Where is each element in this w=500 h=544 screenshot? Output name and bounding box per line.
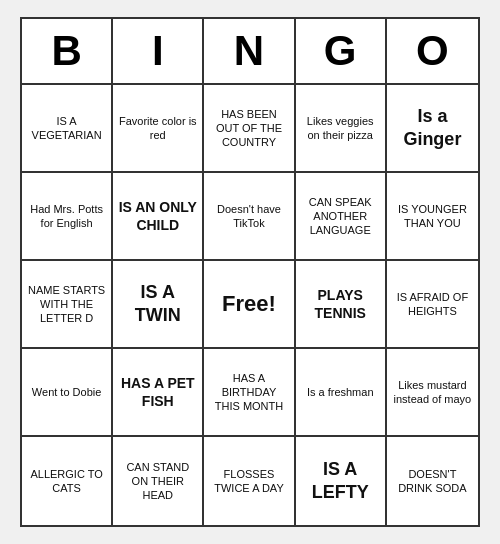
- cell-text-14: IS AFRAID OF HEIGHTS: [391, 290, 474, 319]
- bingo-cell-20: ALLERGIC TO CATS: [22, 437, 113, 525]
- bingo-cell-19: Likes mustard instead of mayo: [387, 349, 478, 437]
- bingo-cell-12: Free!: [204, 261, 295, 349]
- cell-text-16: HAS A PET FISH: [117, 374, 198, 410]
- bingo-cell-5: Had Mrs. Potts for English: [22, 173, 113, 261]
- cell-text-11: IS A TWIN: [117, 281, 198, 328]
- bingo-cell-15: Went to Dobie: [22, 349, 113, 437]
- bingo-cell-7: Doesn't have TikTok: [204, 173, 295, 261]
- bingo-cell-21: CAN STAND ON THEIR HEAD: [113, 437, 204, 525]
- cell-text-19: Likes mustard instead of mayo: [391, 378, 474, 407]
- bingo-cell-4: Is a Ginger: [387, 85, 478, 173]
- bingo-card: BINGO IS A VEGETARIANFavorite color is r…: [20, 17, 480, 527]
- bingo-letter-n: N: [204, 19, 295, 83]
- cell-text-6: IS AN ONLY CHILD: [117, 198, 198, 234]
- bingo-cell-8: CAN SPEAK ANOTHER LANGUAGE: [296, 173, 387, 261]
- cell-text-15: Went to Dobie: [32, 385, 102, 399]
- cell-text-23: IS A LEFTY: [300, 458, 381, 505]
- bingo-cell-3: Likes veggies on their pizza: [296, 85, 387, 173]
- cell-text-12: Free!: [222, 290, 276, 319]
- bingo-cell-22: FLOSSES TWICE A DAY: [204, 437, 295, 525]
- bingo-letter-b: B: [22, 19, 113, 83]
- cell-text-10: NAME STARTS WITH THE LETTER D: [26, 283, 107, 326]
- cell-text-5: Had Mrs. Potts for English: [26, 202, 107, 231]
- bingo-letter-g: G: [296, 19, 387, 83]
- cell-text-3: Likes veggies on their pizza: [300, 114, 381, 143]
- bingo-cell-16: HAS A PET FISH: [113, 349, 204, 437]
- bingo-cell-11: IS A TWIN: [113, 261, 204, 349]
- bingo-letter-o: O: [387, 19, 478, 83]
- cell-text-4: Is a Ginger: [391, 105, 474, 152]
- bingo-cell-13: PLAYS TENNIS: [296, 261, 387, 349]
- bingo-cell-24: DOESN'T DRINK SODA: [387, 437, 478, 525]
- cell-text-7: Doesn't have TikTok: [208, 202, 289, 231]
- bingo-header: BINGO: [22, 19, 478, 85]
- cell-text-24: DOESN'T DRINK SODA: [391, 467, 474, 496]
- cell-text-22: FLOSSES TWICE A DAY: [208, 467, 289, 496]
- bingo-cell-6: IS AN ONLY CHILD: [113, 173, 204, 261]
- bingo-cell-2: HAS BEEN OUT OF THE COUNTRY: [204, 85, 295, 173]
- cell-text-18: Is a freshman: [307, 385, 374, 399]
- cell-text-2: HAS BEEN OUT OF THE COUNTRY: [208, 107, 289, 150]
- cell-text-17: HAS A BIRTHDAY THIS MONTH: [208, 371, 289, 414]
- bingo-cell-17: HAS A BIRTHDAY THIS MONTH: [204, 349, 295, 437]
- bingo-cell-14: IS AFRAID OF HEIGHTS: [387, 261, 478, 349]
- cell-text-1: Favorite color is red: [117, 114, 198, 143]
- bingo-cell-10: NAME STARTS WITH THE LETTER D: [22, 261, 113, 349]
- cell-text-8: CAN SPEAK ANOTHER LANGUAGE: [300, 195, 381, 238]
- bingo-cell-9: IS YOUNGER THAN YOU: [387, 173, 478, 261]
- bingo-cell-23: IS A LEFTY: [296, 437, 387, 525]
- cell-text-20: ALLERGIC TO CATS: [26, 467, 107, 496]
- bingo-grid: IS A VEGETARIANFavorite color is redHAS …: [22, 85, 478, 525]
- bingo-cell-18: Is a freshman: [296, 349, 387, 437]
- bingo-cell-0: IS A VEGETARIAN: [22, 85, 113, 173]
- bingo-cell-1: Favorite color is red: [113, 85, 204, 173]
- cell-text-0: IS A VEGETARIAN: [26, 114, 107, 143]
- bingo-letter-i: I: [113, 19, 204, 83]
- cell-text-21: CAN STAND ON THEIR HEAD: [117, 460, 198, 503]
- cell-text-9: IS YOUNGER THAN YOU: [391, 202, 474, 231]
- cell-text-13: PLAYS TENNIS: [300, 286, 381, 322]
